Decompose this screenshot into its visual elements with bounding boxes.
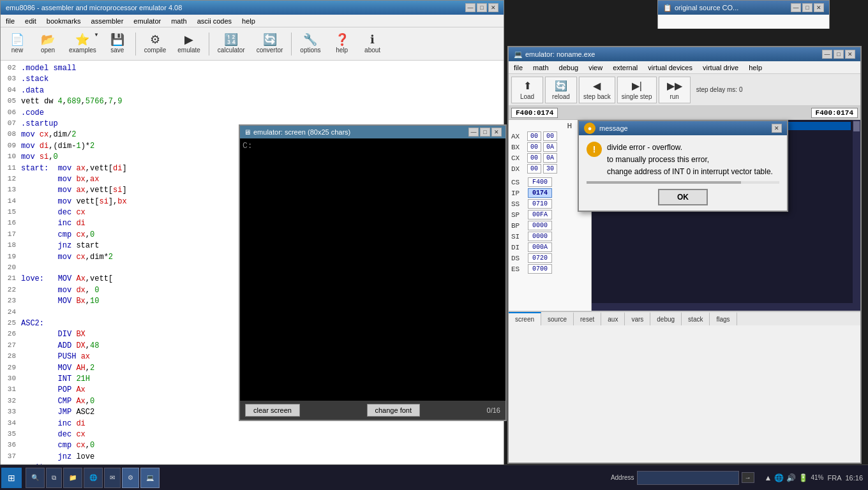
options-button[interactable]: 🔧 options	[296, 30, 325, 58]
step-back-button[interactable]: ◀ step back	[579, 77, 615, 103]
line-content: inc di	[21, 218, 86, 229]
taskbar-file-explorer[interactable]: 📁	[63, 468, 82, 488]
compile-button[interactable]: ⚙ compile	[140, 30, 170, 58]
emu-menu-view[interactable]: view	[586, 63, 605, 72]
dialog-close-btn[interactable]: ✕	[772, 124, 782, 133]
network-icon[interactable]: 🌐	[774, 473, 784, 482]
taskbar-task-view[interactable]: ⧉	[46, 468, 62, 488]
taskbar-app-2[interactable]: 💻	[140, 468, 160, 488]
tab-stack[interactable]: stack	[682, 312, 710, 325]
help-button[interactable]: ❓ help	[328, 30, 356, 58]
line-number: 05	[3, 96, 21, 107]
reload-button[interactable]: 🔄 reload	[545, 77, 577, 103]
menu-emulator[interactable]: emulator	[131, 17, 163, 26]
line-content: ASC2:	[21, 318, 44, 329]
calculator-button[interactable]: 🔢 calculator	[213, 30, 250, 58]
address-input[interactable]	[637, 471, 739, 485]
menu-edit[interactable]: edit	[22, 17, 39, 26]
reg-bp-name: BP	[511, 222, 525, 230]
emu-menu-virtual-devices[interactable]: virtual devices	[645, 63, 695, 72]
reg-ax-l: 00	[543, 131, 557, 141]
new-button[interactable]: 📄 new	[3, 30, 31, 58]
disasm-vscroll[interactable]	[853, 120, 860, 303]
line-content: mov vett[si],bx	[21, 197, 127, 207]
emu-menu-debug[interactable]: debug	[557, 63, 581, 72]
single-step-button[interactable]: ▶| single step	[617, 77, 657, 103]
emu-main-maximize-btn[interactable]: □	[834, 50, 844, 59]
menu-file[interactable]: file	[3, 17, 17, 26]
emu-menu-external[interactable]: external	[610, 63, 640, 72]
close-button[interactable]: ✕	[488, 3, 498, 12]
disasm-hscroll[interactable]	[592, 303, 860, 311]
menu-ascii-codes[interactable]: ascii codes	[195, 17, 234, 26]
emu-screen-maximize-btn[interactable]: □	[480, 128, 490, 137]
menu-bookmarks[interactable]: bookmarks	[44, 17, 84, 26]
taskbar-edge[interactable]: 🌐	[84, 468, 103, 488]
tab-debug[interactable]: debug	[650, 312, 682, 325]
reg-dx-l: 30	[543, 164, 557, 174]
change-font-button[interactable]: change font	[367, 404, 421, 417]
menu-help[interactable]: help	[239, 17, 258, 26]
reg-cx-name: CX	[511, 154, 525, 162]
reg-di-val: 000A	[528, 242, 552, 252]
file-explorer-icon: 📁	[69, 474, 77, 481]
emu-main-close-btn[interactable]: ✕	[845, 50, 855, 59]
volume-icon[interactable]: 🔊	[786, 473, 796, 482]
help-icon: ❓	[335, 34, 349, 45]
clear-screen-button[interactable]: clear screen	[245, 404, 300, 417]
tab-vars[interactable]: vars	[625, 312, 650, 325]
app-1-icon: ⚙	[128, 474, 133, 481]
reg-dx-name: DX	[511, 165, 525, 173]
emu-menu-virtual-drive[interactable]: virtual drive	[700, 63, 741, 72]
battery-icon[interactable]: 🔋	[798, 473, 808, 482]
address-go-button[interactable]: →	[742, 472, 754, 483]
scroll-thumb[interactable]	[853, 121, 860, 131]
tab-source[interactable]: source	[541, 312, 574, 325]
emu-main-minimize-btn[interactable]: —	[822, 50, 832, 59]
maximize-button[interactable]: □	[477, 3, 487, 12]
about-button[interactable]: ℹ about	[359, 30, 387, 58]
tray-up-arrow[interactable]: ▲	[765, 473, 772, 482]
minimize-button[interactable]: —	[465, 3, 475, 12]
load-button[interactable]: ⬆ Load	[511, 77, 543, 103]
convertor-button[interactable]: 🔄 convertor	[252, 30, 288, 58]
emu-screen-win-controls: — □ ✕	[468, 128, 502, 137]
emu-menu-help[interactable]: help	[746, 63, 765, 72]
load-icon: ⬆	[523, 80, 532, 92]
line-number: 34	[3, 419, 21, 429]
menu-assembler[interactable]: assembler	[89, 17, 126, 26]
orig-source-minimize-btn[interactable]: —	[791, 3, 801, 12]
tab-reset[interactable]: reset	[574, 312, 601, 325]
save-button[interactable]: 💾 save	[103, 30, 131, 58]
windows-icon: ⊞	[8, 473, 15, 483]
code-line: 05vett dw 4,689,5766,7,9	[3, 96, 501, 107]
orig-source-close-btn[interactable]: ✕	[814, 3, 824, 12]
emu-menu-math[interactable]: math	[530, 63, 551, 72]
line-content: .model small	[21, 63, 76, 74]
emu-main-win-controls: — □ ✕	[822, 50, 855, 59]
emulate-button[interactable]: ▶ emulate	[173, 30, 205, 58]
emu-menu-file[interactable]: file	[511, 63, 525, 72]
line-number: 28	[3, 352, 21, 362]
line-content: vett dw 4,689,5766,7,9	[21, 96, 122, 107]
line-number: 17	[3, 230, 21, 241]
menu-math[interactable]: math	[168, 17, 189, 26]
tab-aux[interactable]: aux	[601, 312, 625, 325]
emu-screen-close-btn[interactable]: ✕	[491, 128, 502, 137]
tab-screen[interactable]: screen	[509, 312, 541, 325]
open-button[interactable]: 📂 open	[34, 30, 62, 58]
taskbar-mail[interactable]: ✉	[104, 468, 121, 488]
taskbar-search-button[interactable]: 🔍	[26, 468, 45, 488]
line-content: mov dx, 0	[21, 285, 99, 296]
emu-screen-minimize-btn[interactable]: —	[468, 128, 479, 137]
start-button[interactable]: ⊞	[1, 468, 22, 488]
main-win-controls: — □ ✕	[465, 3, 498, 12]
line-number: 26	[3, 329, 21, 340]
taskbar-app-1[interactable]: ⚙	[122, 468, 139, 488]
run-button[interactable]: ▶▶ run	[659, 77, 691, 103]
tab-flags[interactable]: flags	[710, 312, 737, 325]
ok-button[interactable]: OK	[658, 189, 708, 205]
examples-button[interactable]: ⭐ examples ▼	[64, 30, 101, 58]
orig-source-maximize-btn[interactable]: □	[802, 3, 812, 12]
calculator-icon: 🔢	[224, 34, 238, 45]
